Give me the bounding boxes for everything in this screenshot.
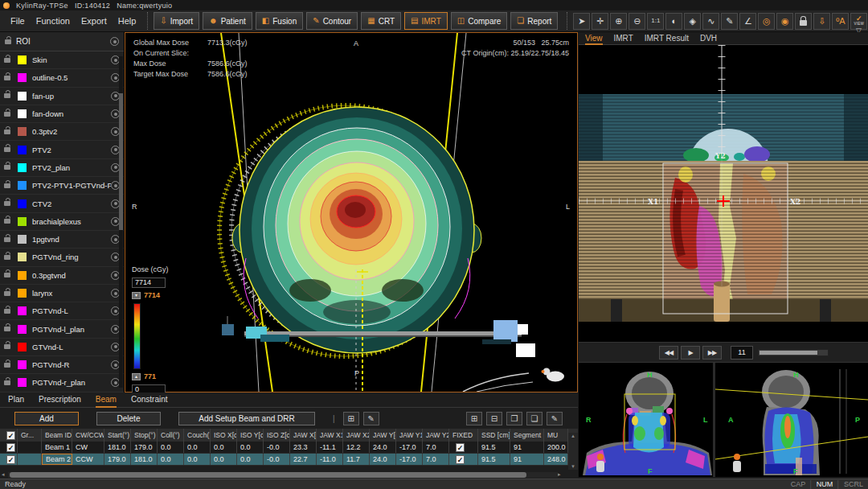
column-header-segment[interactable]: Segment <box>510 429 544 442</box>
cell-jaw_x1[interactable]: -11.0 <box>317 454 343 465</box>
tab-prescription[interactable]: Prescription <box>39 392 81 408</box>
fixed-checkbox[interactable]: ✓ <box>456 455 465 464</box>
roi-lock-icon[interactable] <box>4 93 10 98</box>
pan-icon[interactable]: ✛ <box>592 13 608 30</box>
roi-lock-icon[interactable] <box>4 344 10 349</box>
cell-jaw_y[interactable]: 24.0 <box>370 454 396 465</box>
column-header-iso_z[interactable]: ISO Z[c... <box>264 429 290 442</box>
add-beam-button[interactable]: Add <box>14 412 79 425</box>
cell-segment[interactable]: 91 <box>510 454 544 465</box>
column-header-iso_x[interactable]: ISO X[c... <box>211 429 237 442</box>
sagittal-view[interactable]: H A P F <box>715 363 868 477</box>
tab-constraint[interactable]: Constraint <box>131 392 168 408</box>
remove-row-icon[interactable]: ⊟ <box>486 412 502 425</box>
measure-icon[interactable]: ✎ <box>721 13 738 30</box>
cell-iso_x[interactable]: 0.0 <box>211 442 237 453</box>
roi-color-swatch[interactable] <box>18 73 27 82</box>
cell-jaw_x2[interactable]: 11.7 <box>343 454 370 465</box>
cell-jaw_y2[interactable]: 7.0 <box>423 454 449 465</box>
roi-list-item[interactable]: GTVnd-L <box>0 339 124 356</box>
play-icon[interactable]: ▶ <box>681 346 700 360</box>
roi-list-item[interactable]: brachialplexus <box>0 213 124 231</box>
segment-number-field[interactable]: 11 <box>731 346 753 360</box>
column-header-cw_ccw[interactable]: CW/CCW <box>72 429 104 442</box>
cell-jaw_y1[interactable]: -17.0 <box>396 454 423 465</box>
roi-color-swatch[interactable] <box>18 146 27 154</box>
cell-mu[interactable]: 200.0 <box>544 442 568 453</box>
roi-list-item[interactable]: 0.3pgtvnd <box>0 267 124 285</box>
roi-list-item[interactable]: fan-down <box>0 105 124 123</box>
bev-canvas[interactable]: X1 X2 Y2 <box>579 45 868 342</box>
tab-plan[interactable]: Plan <box>8 392 24 408</box>
roi-lock-icon[interactable] <box>4 309 10 314</box>
roi-list-item[interactable]: 1pgtvnd <box>0 231 124 249</box>
roi-list-item[interactable]: 0.3ptv2 <box>0 123 124 141</box>
roi-list-item[interactable]: larynx <box>0 285 124 302</box>
import-module-button[interactable]: ⇩Import <box>154 12 199 30</box>
report-module-button[interactable]: ❏Report <box>510 12 558 30</box>
roi-lock-icon[interactable] <box>4 273 10 277</box>
cell-iso_y[interactable]: 0.0 <box>237 454 264 465</box>
roi-list-item[interactable]: outline-0.5 <box>0 69 124 87</box>
menu-export[interactable]: Export <box>81 16 107 26</box>
roi-color-swatch[interactable] <box>18 235 27 244</box>
roi-lock-icon[interactable] <box>4 363 10 368</box>
cell-fixed[interactable]: ✓ <box>449 442 478 453</box>
coronal-view[interactable]: H R L F <box>579 363 713 477</box>
contrast-icon[interactable]: ◐ <box>665 13 682 30</box>
tab-dvh[interactable]: DVH <box>700 32 717 45</box>
cell-stop[interactable]: 179.0 <box>131 442 158 453</box>
angle-icon[interactable]: ∠ <box>739 13 756 30</box>
roi-list-item[interactable]: CTV2 <box>0 195 124 212</box>
column-header-group[interactable]: Gr... <box>18 429 42 442</box>
roi-color-swatch[interactable] <box>18 253 27 261</box>
fixed-checkbox[interactable]: ✓ <box>456 443 465 452</box>
select-all-checkbox[interactable]: ✓ <box>6 431 15 440</box>
cell-ssd[interactable]: 91.5 <box>478 454 510 465</box>
roi-color-swatch[interactable] <box>18 55 27 64</box>
pointer-icon[interactable]: ➤ <box>573 13 590 30</box>
roi-lock-icon[interactable] <box>4 327 10 331</box>
sphere-icon[interactable]: ◉ <box>776 13 793 30</box>
fusion-module-button[interactable]: ◧Fusion <box>256 12 303 30</box>
cell-jaw_y2[interactable]: 7.0 <box>423 442 449 453</box>
roi-list-item[interactable]: PGTVnd-l_plan <box>0 320 124 338</box>
column-header-couch[interactable]: Couch(°) <box>184 429 211 442</box>
menu-function[interactable]: Function <box>36 16 70 26</box>
zoom-in-icon[interactable]: ⊕ <box>610 13 627 30</box>
cell-stop[interactable]: 181.0 <box>131 454 158 465</box>
roi-color-swatch[interactable] <box>18 199 27 208</box>
roi-color-swatch[interactable] <box>18 217 27 226</box>
rewind-icon[interactable]: ◀◀ <box>659 346 678 360</box>
beam-table-vscrollbar[interactable]: ▴▾ <box>568 433 578 470</box>
roi-list-item[interactable]: PTV2-PTV1-PGTVnd-PGTVn: <box>0 177 124 195</box>
add-setup-beam-button[interactable]: Add Setup Beam and DRR <box>178 412 315 425</box>
rotate-3d-icon[interactable]: ◈ <box>684 13 701 30</box>
cell-cw_ccw[interactable]: CCW <box>72 454 104 465</box>
column-header-start[interactable]: Start(°) <box>104 429 131 442</box>
cell-iso_z[interactable]: -0.0 <box>264 442 290 453</box>
column-header-jaw_x1[interactable]: JAW X1... <box>317 429 343 442</box>
roi-list-item[interactable]: fan-up <box>0 88 124 105</box>
roi-lock-icon[interactable] <box>4 380 10 385</box>
cell-segment[interactable]: 91 <box>510 442 544 453</box>
roi-lock-icon[interactable] <box>4 112 10 117</box>
cell-iso_x[interactable]: 0.0 <box>211 454 237 465</box>
cell-fixed[interactable]: ✓ <box>449 454 478 465</box>
roi-visibility-all-icon[interactable] <box>110 37 119 46</box>
roi-color-swatch[interactable] <box>18 289 27 298</box>
cell-iso_y[interactable]: 0.0 <box>237 442 264 453</box>
edit-row-icon[interactable]: ✎ <box>547 412 563 425</box>
roi-lock-icon[interactable] <box>4 219 10 224</box>
roi-lock-icon[interactable] <box>4 201 10 206</box>
column-header-fixed[interactable]: FIXED <box>449 429 478 442</box>
column-header-ssd[interactable]: SSD [cm] <box>478 429 510 442</box>
cell-jaw_x1[interactable]: -11.1 <box>317 442 343 453</box>
roi-color-swatch[interactable] <box>18 92 27 101</box>
column-header-jaw_y1[interactable]: JAW Y1... <box>396 429 423 442</box>
actual-size-icon[interactable]: 1:1 <box>647 13 664 30</box>
roi-color-swatch[interactable] <box>18 163 27 172</box>
tab-beam[interactable]: Beam <box>96 392 117 408</box>
dose-gradient-bar[interactable] <box>133 303 141 369</box>
roi-color-swatch[interactable] <box>18 360 27 369</box>
